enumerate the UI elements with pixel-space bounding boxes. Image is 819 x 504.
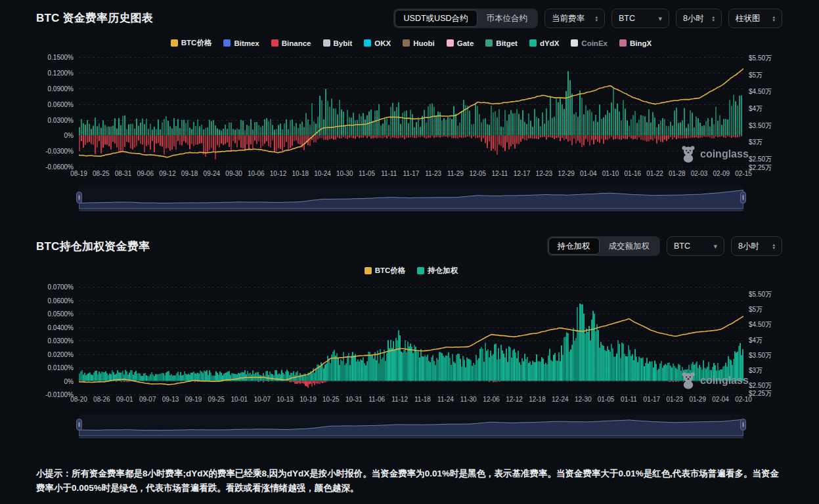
coinglass-watermark: coinglass xyxy=(681,372,749,389)
legend-swatch xyxy=(417,267,424,274)
legend-label: CoinEx xyxy=(581,39,608,47)
contract-type-toggle: USDT或USD合约币本位合约 xyxy=(393,9,538,28)
y-axis-tick-left: 0.0500% xyxy=(33,310,74,318)
legend-swatch xyxy=(323,39,330,47)
symbol-select[interactable]: BTC▾ xyxy=(667,236,724,256)
interval-select[interactable]: 8小时▴▾ xyxy=(676,9,722,28)
chart-plot-area[interactable] xyxy=(79,52,743,168)
legend-item-Huobi[interactable]: Huobi xyxy=(403,39,435,47)
y-axis-tick-left: 0.0900% xyxy=(33,85,74,93)
chart2-controls: 持仓加权成交额加权BTC▾8小时▴▾ xyxy=(547,236,783,256)
updown-arrows-icon: ▴▾ xyxy=(772,15,775,22)
coinglass-watermark: coinglass xyxy=(681,146,749,163)
y-axis-tick-right: $4.50万 xyxy=(749,87,791,96)
y-axis-tick-right: $4.50万 xyxy=(749,320,791,329)
y-axis-tick-left: 0.0600% xyxy=(33,101,74,108)
y-axis-tick-left: 0.0700% xyxy=(33,284,74,291)
y-axis-tick-right: $4万 xyxy=(749,104,791,114)
legend-item-Bitmex[interactable]: Bitmex xyxy=(223,39,259,47)
symbol-select[interactable]: BTC▾ xyxy=(611,9,669,28)
chevron-down-icon: ▾ xyxy=(713,243,717,250)
tip-body: 所有资金费率都是8小时费率;dYdX的费率已经乘8,因为dYdX是按小时报价。当… xyxy=(36,469,779,493)
y-axis-tick-right: $3万 xyxy=(749,138,791,147)
rate-type-select[interactable]: 当前费率▴▾ xyxy=(544,9,605,28)
legend-item-Binance[interactable]: Binance xyxy=(271,39,311,47)
y-axis-tick-right: $5万 xyxy=(749,71,791,80)
y-axis-tick-left: 0% xyxy=(33,132,74,139)
legend-item-dYdX[interactable]: dYdX xyxy=(529,39,559,47)
y-axis-tick-left: 0.0300% xyxy=(33,337,74,345)
legend-label: BTC价格 xyxy=(181,38,212,48)
chart-plot-area[interactable] xyxy=(79,281,743,395)
updown-arrows-icon: ▴▾ xyxy=(772,243,775,250)
weight-type-option-1[interactable]: 成交额加权 xyxy=(600,238,659,255)
y-axis-tick-left: 0.1500% xyxy=(33,54,74,61)
y-axis-tick-right: $3.50万 xyxy=(749,351,791,360)
y-axis-tick-right: $3.50万 xyxy=(749,121,791,131)
chart-navigator[interactable] xyxy=(79,186,743,209)
y-axis-tick-right: $5.50万 xyxy=(749,54,791,63)
navigator-scrollbar[interactable] xyxy=(79,436,743,438)
chart-style-value: 柱状图 xyxy=(736,13,761,24)
y-axis-tick-right: $5.50万 xyxy=(749,290,791,299)
legend-item-Bybit[interactable]: Bybit xyxy=(323,39,353,47)
coinglass-wordmark: coinglass xyxy=(700,375,749,387)
legend-label: Huobi xyxy=(413,39,435,47)
y-axis-tick-right: $5万 xyxy=(749,305,791,314)
legend-label: 持仓加权 xyxy=(428,266,458,276)
legend-label: Bybit xyxy=(334,39,353,47)
weight-type-toggle: 持仓加权成交额加权 xyxy=(547,236,661,256)
interval-select[interactable]: 8小时▴▾ xyxy=(731,236,782,256)
legend-item-持仓加权[interactable]: 持仓加权 xyxy=(417,266,458,276)
updown-arrows-icon: ▴▾ xyxy=(712,15,715,22)
tip-prefix: 小提示： xyxy=(36,469,72,478)
symbol-value: BTC xyxy=(619,14,635,23)
legend-item-OKX[interactable]: OKX xyxy=(364,39,391,47)
x-axis-label: 02-15 xyxy=(730,170,757,177)
navigator-handle-left[interactable]: ∥ xyxy=(76,192,82,203)
chart1-legend: BTC价格BitmexBinanceBybitOKXHuobiGateBitge… xyxy=(79,38,743,48)
navigator-scrollbar[interactable] xyxy=(79,209,743,211)
interval-value: 8小时 xyxy=(683,13,704,24)
legend-swatch xyxy=(171,39,178,47)
coinglass-bear-icon xyxy=(681,146,696,163)
legend-swatch xyxy=(365,267,372,274)
legend-item-Bitget[interactable]: Bitget xyxy=(485,39,518,47)
legend-item-BTC价格[interactable]: BTC价格 xyxy=(171,38,212,48)
navigator-handle-right[interactable]: ∥ xyxy=(740,419,746,430)
y-axis-tick-left: 0.0400% xyxy=(33,324,74,331)
y-axis-tick-left: 0.0200% xyxy=(33,351,74,358)
updown-arrows-icon: ▴▾ xyxy=(595,15,598,22)
legend-label: Binance xyxy=(282,39,311,47)
coinglass-funding-rate-page: BTC 资金费率历史图表 USDT或USD合约币本位合约当前费率▴▾BTC▾8小… xyxy=(0,0,819,504)
weight-type-option-0[interactable]: 持仓加权 xyxy=(548,238,600,255)
y-axis-tick-left: 0.0600% xyxy=(33,297,74,304)
navigator-handle-left[interactable]: ∥ xyxy=(76,419,82,430)
legend-swatch xyxy=(403,39,410,47)
contract-type-option-1[interactable]: 币本位合约 xyxy=(477,10,537,27)
legend-item-CoinEx[interactable]: CoinEx xyxy=(571,39,608,47)
y-axis-tick-right: $4万 xyxy=(749,336,791,345)
legend-label: Bitget xyxy=(496,39,518,47)
legend-label: dYdX xyxy=(540,39,559,47)
y-axis-tick-left: 0.0300% xyxy=(33,117,74,124)
legend-item-BTC价格[interactable]: BTC价格 xyxy=(365,266,406,276)
chart-navigator[interactable] xyxy=(79,413,743,436)
interval-value: 8小时 xyxy=(738,241,759,252)
y-axis-tick-left: 0.1200% xyxy=(33,70,74,77)
navigator-handle-right[interactable]: ∥ xyxy=(740,192,746,203)
legend-swatch xyxy=(223,39,231,47)
chart-style-select[interactable]: 柱状图▴▾ xyxy=(728,9,782,28)
x-axis-label: 02-10 xyxy=(730,396,757,403)
legend-swatch xyxy=(447,39,454,47)
contract-type-option-0[interactable]: USDT或USD合约 xyxy=(395,10,477,27)
legend-label: BingX xyxy=(630,39,652,47)
legend-label: Bitmex xyxy=(234,39,259,47)
y-axis-tick-left: 0.0100% xyxy=(33,364,74,371)
legend-item-Gate[interactable]: Gate xyxy=(447,39,474,47)
rate-type-value: 当前费率 xyxy=(552,13,585,24)
oi-weighted-title: BTC持仓加权资金费率 xyxy=(36,239,150,254)
symbol-value: BTC xyxy=(674,242,690,251)
legend-swatch xyxy=(485,39,493,47)
legend-item-BingX[interactable]: BingX xyxy=(619,39,652,47)
